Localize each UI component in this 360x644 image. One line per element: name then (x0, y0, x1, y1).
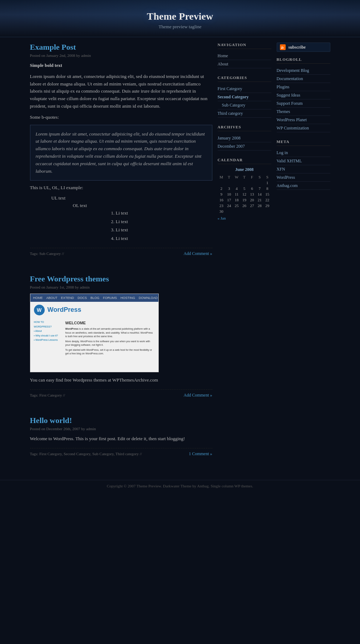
post-1-tags: Tags: Sub Category // (30, 251, 64, 256)
meta-link-1[interactable]: Valid XHTML (277, 158, 302, 163)
cal-th-f: F (248, 174, 256, 180)
blogroll-item: Themes (277, 108, 330, 116)
nav-widget-title: NAVIGATION (218, 43, 271, 49)
cal-day: 22 (263, 197, 271, 203)
add-comment-2[interactable]: Add Comment » (184, 393, 212, 398)
wp-desc3: To get started with WordPress, set it up… (65, 348, 155, 356)
cal-day (233, 180, 240, 186)
blogroll-item: Suggest Ideas (277, 91, 330, 99)
cal-day: 30 (218, 208, 225, 214)
meta-link-3[interactable]: WordPress (277, 175, 295, 180)
ol-container: OL text Li text Li text Li text Li text (73, 202, 212, 242)
blogroll-link-7[interactable]: WP Customization (277, 126, 309, 131)
nav-item-home: Home (218, 52, 271, 60)
blogroll-link-0[interactable]: Development Blog (277, 68, 309, 73)
cal-day: 13 (248, 191, 256, 197)
cal-day: 4 (233, 186, 240, 191)
blogroll-link-3[interactable]: Suggest Ideas (277, 93, 300, 98)
blogroll-link-4[interactable]: Support Forum (277, 101, 303, 106)
cal-day (218, 180, 225, 186)
blogroll-item: Development Blog (277, 67, 330, 75)
nav-link-home[interactable]: Home (218, 53, 228, 58)
post-2-tags: Tags: First Category // (30, 393, 65, 397)
calendar-widget: CALENDAR June 2008 M T W T F S S (218, 158, 271, 220)
cal-row: 23 24 25 26 27 28 29 (218, 203, 271, 208)
cal-th-s1: S (256, 174, 263, 180)
cal-day: 23 (218, 203, 225, 208)
calendar-prev[interactable]: « Jan (218, 216, 226, 220)
wp-nav-hosting: HOSTING (120, 296, 135, 300)
categories-list: First Category Second Category Sub Categ… (218, 85, 271, 118)
calendar-nav: « Jan (218, 216, 271, 220)
blogroll-item: Plugins (277, 83, 330, 91)
cal-day: 9 (218, 191, 225, 197)
site-header: Theme Preview Theme preview tagline (0, 0, 360, 37)
blogroll-link-6[interactable]: WordPress Planet (277, 117, 307, 122)
list-item: Li text (116, 235, 212, 242)
list-item: Li text (116, 218, 212, 226)
category-link-first[interactable]: First Category (218, 86, 242, 91)
meta-item: Antbag.com (277, 182, 330, 190)
wp-mini-sidebar: HOW TO WORDPRESS? • About • Why should I… (34, 320, 63, 357)
calendar-title: CALENDAR (218, 158, 271, 164)
category-link-second[interactable]: Second Category (218, 94, 249, 99)
cal-day: 17 (225, 197, 233, 203)
category-item: Second Category (218, 93, 271, 101)
category-link-third[interactable]: Third category (218, 111, 243, 116)
post-1-body: Lorem ipsum dolor sit amet, consectetur … (30, 73, 212, 110)
post-3-title: Hello world! (30, 416, 212, 425)
cal-day: 3 (225, 186, 233, 191)
blogroll-link-1[interactable]: Documentation (277, 76, 303, 81)
wp-link: • Why should I use it? (34, 334, 63, 338)
main-layout: Example Post Posted on January 2nd, 2008… (26, 37, 334, 480)
wp-desc: WordPress is a state-of-the-art semantic… (65, 327, 155, 339)
cal-day: 14 (256, 191, 263, 197)
cal-day: 5 (241, 186, 248, 191)
meta-link-0[interactable]: Log in (277, 150, 288, 155)
cal-day: 26 (241, 203, 248, 208)
nav-item-about: About (218, 60, 271, 68)
cal-day (225, 208, 233, 214)
archive-link-dec[interactable]: December 2007 (218, 144, 245, 149)
rss-icon (280, 44, 286, 50)
post-example: Example Post Posted on January 2nd, 2008… (30, 43, 212, 264)
nav-link-about[interactable]: About (218, 62, 228, 67)
blogroll-item: WordPress Planet (277, 116, 330, 124)
cal-day: 25 (233, 203, 240, 208)
wp-logo-area: W WordPress (30, 302, 158, 318)
nav-list: Home About (218, 52, 271, 68)
wp-welcome: WELCOME (65, 320, 155, 326)
cal-day (241, 208, 248, 214)
cal-row: 30 (218, 208, 271, 214)
blogroll-link-5[interactable]: Themes (277, 109, 290, 114)
blogroll-link-2[interactable]: Plugins (277, 84, 290, 89)
post-1-footer: Tags: Sub Category // Add Comment » (30, 248, 212, 256)
post-1-blockquote: Lorem ipsum dolor sit amet, consectetur … (30, 125, 212, 181)
meta-link-4[interactable]: Antbag.com (277, 183, 298, 188)
cal-day (248, 180, 256, 186)
cal-th-m: M (218, 174, 225, 180)
add-comment-3[interactable]: 1 Comment » (189, 451, 212, 457)
site-title: Theme Preview (7, 11, 353, 22)
cal-day: 11 (233, 191, 240, 197)
wp-nav: HOME ABOUT EXTEND DOCS BLOG FORUMS HOSTI… (30, 294, 158, 302)
cal-day: 28 (256, 203, 263, 208)
meta-list: Log in Valid XHTML XFN WordPress Antbag.… (277, 149, 330, 190)
cal-day: 20 (248, 197, 256, 203)
category-link-sub[interactable]: Sub Category (218, 103, 246, 108)
cal-day: 16 (218, 197, 225, 203)
categories-title: CATEGORIES (218, 75, 271, 82)
post-wordpress-themes: Free Wordpress themes Posted on January … (30, 274, 212, 405)
cal-row: 9 10 11 12 13 14 15 (218, 191, 271, 197)
cal-row: 16 17 18 19 20 21 22 (218, 197, 271, 203)
ol-list: Li text Li text Li text Li text (116, 210, 212, 242)
cal-day: 6 (248, 186, 256, 191)
categories-widget: CATEGORIES First Category Second Categor… (218, 75, 271, 118)
post-3-meta: Posted on December 26th, 2007 by admin (30, 427, 212, 431)
archive-link-jan[interactable]: January 2008 (218, 136, 241, 141)
meta-link-2[interactable]: XFN (277, 167, 285, 172)
post-2-content: You can easy find free Wordpress themes … (30, 377, 212, 384)
post-1-ul: UL text OL text Li text Li text Li text … (51, 195, 212, 242)
middle-sidebar: NAVIGATION Home About CATEGORIES First C… (218, 43, 271, 475)
add-comment-1[interactable]: Add Comment » (184, 251, 212, 256)
